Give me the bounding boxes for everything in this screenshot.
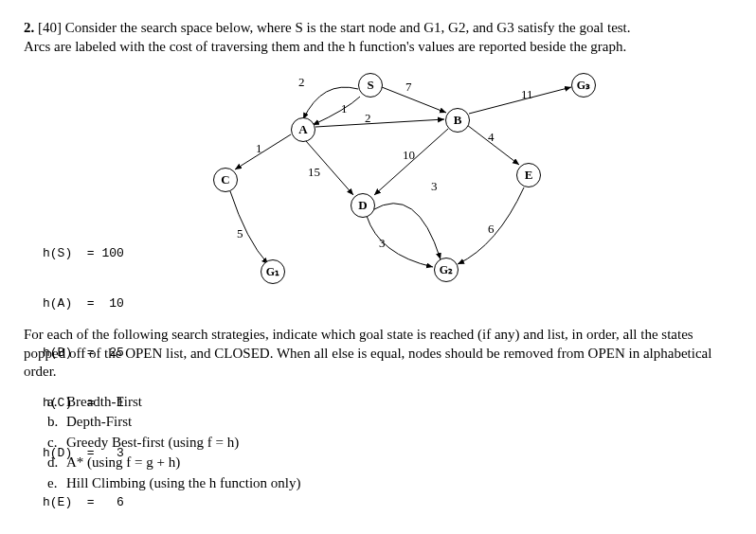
hval-row: h(D) = 3 [43, 445, 124, 462]
cost-dg2b: 3 [379, 236, 386, 252]
question-header: 2. [40] Consider the search space below,… [24, 19, 732, 56]
graph-edges [156, 70, 630, 316]
subq-b: b.Depth-First [47, 413, 732, 432]
node-c: C [213, 168, 238, 192]
node-g3: G₃ [571, 73, 596, 98]
question-prompt-1: Consider the search space below, where S… [65, 20, 631, 35]
cost-cg1: 5 [237, 226, 243, 242]
hval-row: h(S) = 100 [43, 245, 124, 262]
node-g2: G₂ [434, 258, 459, 282]
cost-sa-1: 1 [341, 101, 348, 117]
node-e: E [516, 163, 541, 187]
cost-dg2a: 3 [431, 179, 438, 195]
node-d: D [351, 193, 375, 218]
question-number: 2. [24, 20, 34, 35]
subq-e: e.Hill Climbing (using the h function on… [47, 474, 732, 493]
node-a: A [291, 117, 315, 142]
question-prompt-2: Arcs are labeled with the cost of traver… [24, 39, 626, 54]
cost-ab: 2 [365, 111, 371, 127]
instructions-text: For each of the following search strateg… [24, 326, 732, 382]
cost-sb: 7 [405, 80, 412, 96]
subquestion-list: a.Breadth-First b.Depth-First c.Greedy B… [47, 393, 732, 493]
cost-ad: 15 [308, 165, 320, 181]
subq-a: a.Breadth-First [47, 393, 732, 412]
hval-row: h(C) = 1 [43, 395, 124, 412]
node-b: B [445, 108, 470, 133]
hval-row: h(E) = 6 [43, 494, 124, 511]
search-graph: S A B C D E G₁ G₂ G₃ 2 1 7 2 1 15 10 4 1… [156, 70, 630, 316]
cost-be: 4 [488, 130, 495, 146]
subq-c: c.Greedy Best-first (using f = h) [47, 434, 732, 453]
hval-row: h(A) = 10 [43, 295, 124, 312]
node-g1: G₁ [261, 259, 285, 284]
hval-row: h(B) = 25 [43, 345, 124, 362]
cost-bg3: 11 [521, 87, 533, 103]
subq-d: d.A* (using f = g + h) [47, 454, 732, 472]
heuristic-values: h(S) = 100 h(A) = 10 h(B) = 25 h(C) = 1 … [43, 212, 124, 513]
node-s: S [358, 73, 383, 98]
cost-eg2: 6 [488, 222, 495, 238]
cost-ac: 1 [256, 141, 262, 157]
cost-bd: 10 [403, 148, 415, 164]
question-points: [40] [38, 20, 62, 35]
cost-sa-2: 2 [298, 75, 305, 91]
